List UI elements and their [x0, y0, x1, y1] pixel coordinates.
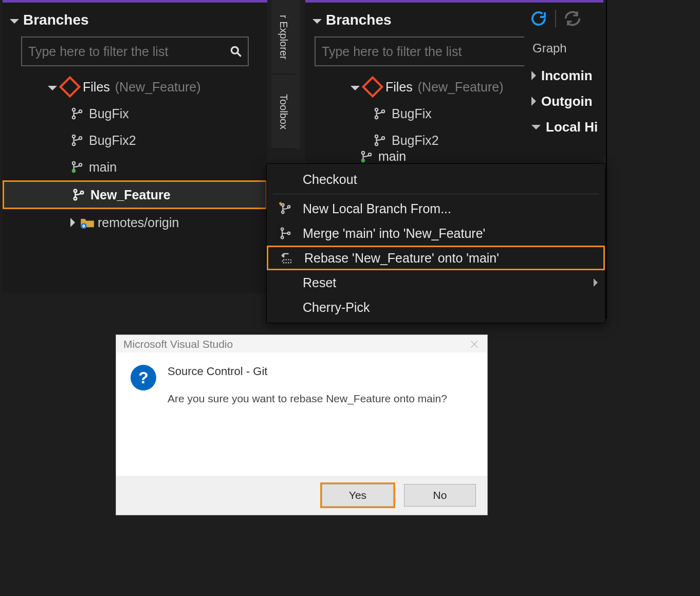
svg-point-10 — [79, 163, 82, 166]
remotes-label: remotes/origin — [98, 215, 179, 230]
yes-button[interactable]: Yes — [322, 484, 394, 507]
branch-icon — [70, 134, 84, 147]
graph-label: Outgoin — [541, 94, 593, 109]
ctx-checkout[interactable]: Checkout — [267, 167, 605, 192]
branch-icon — [70, 107, 84, 120]
collapse-icon[interactable] — [10, 19, 19, 24]
remotes-node[interactable]: remotes/origin — [27, 209, 267, 236]
svg-point-2 — [72, 108, 75, 111]
branch-tracking-icon — [360, 150, 373, 163]
svg-rect-32 — [283, 260, 291, 263]
dialog-title: Microsoft Visual Studio — [123, 338, 233, 350]
close-icon[interactable] — [469, 339, 480, 350]
expand-icon[interactable] — [351, 86, 360, 90]
branch-label: BugFix2 — [89, 133, 136, 148]
ctx-rebase[interactable]: Rebase 'New_Feature' onto 'main' — [267, 246, 605, 270]
dialog-heading: Source Control - Git — [168, 365, 447, 378]
branches-header[interactable]: Branches — [3, 3, 267, 33]
branch-tree: Files (New_Feature) BugFix BugFix2 main … — [3, 71, 267, 236]
graph-outgoing[interactable]: Outgoin — [531, 88, 606, 114]
repo-current-branch: (New_Feature) — [115, 80, 201, 95]
branch-item-main[interactable]: main — [27, 154, 267, 180]
branch-tracking-icon — [70, 160, 84, 174]
branch-icon — [373, 107, 386, 120]
separator — [555, 10, 556, 27]
refresh-icon[interactable] — [529, 9, 548, 28]
graph-header: Graph — [531, 37, 606, 63]
svg-point-11 — [74, 190, 77, 192]
ctx-label: Reset — [303, 275, 336, 290]
expand-icon[interactable] — [48, 86, 57, 90]
graph-panel: Graph Incomin Outgoin Local Hi — [524, 34, 606, 157]
branch-item-bugfix2[interactable]: BugFix2 — [27, 127, 267, 154]
ctx-merge[interactable]: Merge 'main' into 'New_Feature' — [267, 221, 605, 246]
branch-item-new-feature-selected[interactable]: New_Feature — [3, 180, 267, 209]
svg-point-21 — [375, 143, 378, 145]
repo-name: Files — [385, 80, 413, 95]
ctx-cherry-pick[interactable]: Cherry-Pick — [267, 295, 605, 320]
context-menu: Checkout New Local Branch From... Merge … — [266, 163, 605, 323]
graph-label: Incomin — [541, 68, 593, 84]
svg-point-24 — [362, 159, 364, 161]
graph-localhistory[interactable]: Local Hi — [531, 114, 606, 140]
panel-edge — [606, 0, 607, 319]
svg-point-27 — [282, 211, 284, 214]
tab-explorer[interactable]: r Explorer — [271, 0, 296, 74]
branch-label: BugFix — [89, 106, 129, 121]
collapse-icon[interactable] — [312, 19, 322, 24]
chevron-down-icon — [531, 125, 541, 129]
graph-incoming[interactable]: Incomin — [531, 63, 606, 88]
dialog-message: Are you sure you want to rebase New_Feat… — [168, 393, 447, 405]
confirm-dialog: Microsoft Visual Studio ? Source Control… — [116, 335, 487, 515]
ctx-label: Checkout — [303, 172, 357, 187]
merge-icon — [278, 226, 292, 240]
ctx-reset[interactable]: Reset — [267, 270, 605, 295]
ctx-new-branch[interactable]: New Local Branch From... — [267, 196, 605, 221]
branch-icon — [373, 134, 386, 147]
svg-point-17 — [375, 108, 378, 111]
svg-point-0 — [231, 47, 238, 53]
ctx-label: Cherry-Pick — [303, 300, 370, 315]
ctx-label: Rebase 'New_Feature' onto 'main' — [304, 251, 499, 266]
question-icon: ? — [131, 365, 156, 390]
filter-input[interactable] — [27, 44, 229, 60]
sync-icon[interactable] — [563, 9, 582, 28]
expand-icon[interactable] — [70, 218, 75, 227]
branch-icon — [72, 188, 85, 201]
repo-current-branch: (New_Feature) — [418, 80, 504, 95]
branches-title: Branches — [326, 12, 392, 28]
branch-label: main — [378, 149, 406, 164]
svg-point-3 — [72, 116, 75, 119]
svg-point-8 — [72, 162, 75, 164]
filter-box[interactable] — [21, 36, 249, 66]
svg-point-18 — [375, 116, 378, 119]
submenu-arrow-icon — [594, 278, 598, 287]
no-button[interactable]: No — [404, 484, 476, 507]
new-branch-icon — [278, 201, 292, 216]
search-icon[interactable] — [229, 45, 243, 58]
svg-point-29 — [281, 228, 284, 231]
dialog-button-row: Yes No — [116, 476, 487, 515]
branch-item-main-partial[interactable]: main — [360, 149, 406, 164]
chevron-right-icon — [531, 71, 536, 80]
branch-label: New_Feature — [90, 188, 171, 202]
svg-point-13 — [81, 191, 83, 194]
branch-item-bugfix[interactable]: BugFix — [27, 100, 267, 127]
toolbar — [524, 3, 606, 34]
tab-toolbox[interactable]: Toolbox — [271, 74, 296, 149]
svg-point-5 — [72, 135, 75, 138]
separator — [273, 194, 599, 194]
graph-label: Local Hi — [546, 119, 598, 135]
git-repo-icon — [362, 76, 383, 98]
svg-point-19 — [382, 110, 384, 113]
git-repo-icon — [59, 76, 81, 98]
remote-folder-icon — [80, 216, 95, 229]
branch-label: main — [89, 160, 117, 175]
svg-point-30 — [281, 236, 284, 239]
rebase-icon — [280, 251, 294, 265]
dialog-body: ? Source Control - Git Are you sure you … — [116, 352, 487, 476]
branch-label: BugFix2 — [392, 133, 439, 148]
svg-point-4 — [79, 110, 82, 113]
repo-node[interactable]: Files (New_Feature) — [27, 73, 267, 100]
chevron-right-icon — [531, 97, 536, 106]
